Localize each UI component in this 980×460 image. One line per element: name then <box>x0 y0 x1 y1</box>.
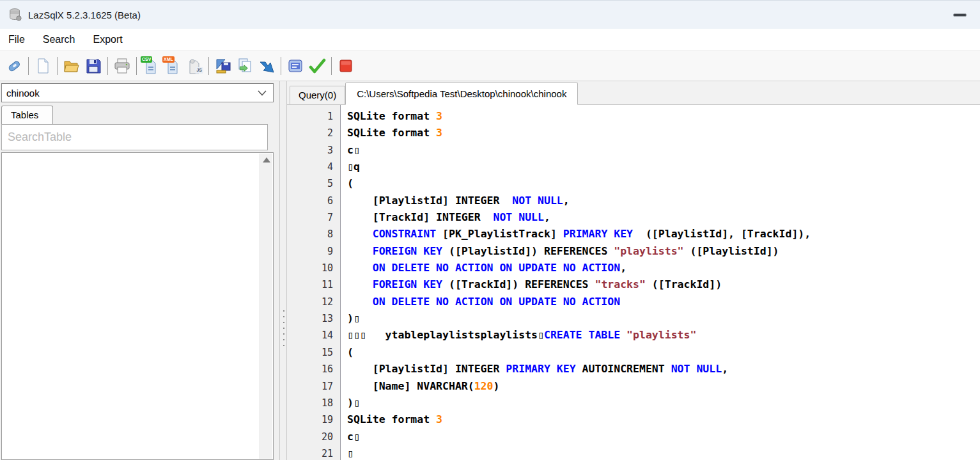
line-number-gutter: 123456789101112131415161718192021 <box>287 105 341 460</box>
scroll-up-icon <box>263 157 270 163</box>
toolbar-separator <box>57 57 58 75</box>
editor-tabbar: Query(0) C:\Users\Softpedia Test\Desktop… <box>287 81 980 105</box>
open-button[interactable] <box>61 55 82 77</box>
sql-editor[interactable]: 123456789101112131415161718192021 SQLite… <box>287 105 980 460</box>
line-number: 3 <box>287 142 333 159</box>
code-line[interactable]: ( <box>347 344 980 361</box>
code-line[interactable]: ▯q <box>347 159 980 175</box>
line-number: 2 <box>287 125 333 141</box>
stop-icon <box>337 57 355 75</box>
line-number: 19 <box>287 411 333 428</box>
line-number: 20 <box>287 429 333 445</box>
results-panel-button[interactable] <box>284 55 306 77</box>
toolbar-separator <box>28 57 29 75</box>
execute-check-button[interactable] <box>306 55 328 77</box>
line-number: 12 <box>287 294 333 310</box>
code-line[interactable]: ( <box>347 175 980 192</box>
connect-icon <box>5 57 23 75</box>
code-line[interactable]: ON DELETE NO ACTION ON UPDATE NO ACTION, <box>347 260 980 276</box>
print-button[interactable] <box>111 55 133 77</box>
code-line[interactable]: c▯ <box>347 429 980 445</box>
stop-button[interactable] <box>335 55 357 77</box>
title-bar: LazSqlX 5.2.3.1625 (Beta) <box>0 0 980 29</box>
code-view[interactable]: SQLite format 3SQLite format 3c▯▯q( [Pla… <box>341 105 980 460</box>
main-area: chinook Tables Query(0) C:\Users\Softped… <box>0 81 980 460</box>
print-icon <box>113 57 131 75</box>
export-json-button[interactable]: JS <box>183 55 205 77</box>
export-csv-icon: CSV <box>142 57 160 75</box>
menu-bar: File Search Export <box>0 29 980 51</box>
code-line[interactable]: [Name] NVARCHAR(120) <box>347 378 980 395</box>
line-number: 15 <box>287 344 333 361</box>
code-line[interactable]: c▯ <box>347 142 980 159</box>
code-line[interactable]: ▯ <box>347 445 980 460</box>
code-line[interactable]: FOREIGN KEY ([PlaylistId]) REFERENCES "p… <box>347 243 980 260</box>
code-line[interactable]: CONSTRAINT [PK_PlaylistTrack] PRIMARY KE… <box>347 226 980 242</box>
export-xml-button[interactable]: XML <box>162 55 183 77</box>
run-arrow-icon <box>258 57 276 75</box>
editor-area: Query(0) C:\Users\Softpedia Test\Desktop… <box>287 81 980 460</box>
toolbar: CSV XML JS <box>0 51 980 81</box>
database-selector[interactable]: chinook <box>1 83 274 102</box>
code-line[interactable]: [PlaylistId] INTEGER NOT NULL, <box>347 193 980 209</box>
code-line[interactable]: )▯ <box>347 395 980 411</box>
line-number: 11 <box>287 276 333 293</box>
connect-button[interactable] <box>3 55 25 77</box>
line-number: 13 <box>287 310 333 327</box>
database-selector-value: chinook <box>6 88 40 99</box>
line-number: 17 <box>287 378 333 395</box>
code-line[interactable]: [PlaylistId] INTEGER PRIMARY KEY AUTOINC… <box>347 361 980 377</box>
line-number: 9 <box>287 243 333 260</box>
run-arrow-button[interactable] <box>256 55 277 77</box>
new-document-button[interactable] <box>32 55 54 77</box>
export-json-icon: JS <box>185 57 203 75</box>
save-button[interactable] <box>82 55 104 77</box>
code-line[interactable]: ON DELETE NO ACTION ON UPDATE NO ACTION <box>347 294 980 310</box>
save-icon <box>84 57 102 75</box>
line-number: 14 <box>287 327 333 344</box>
database-panel: chinook Tables <box>0 81 279 460</box>
toolbar-separator <box>331 57 332 75</box>
toolbar-separator <box>136 57 137 75</box>
chevron-down-icon <box>258 90 267 96</box>
export-xml-icon: XML <box>164 57 182 75</box>
code-line[interactable]: ▯▯▯ ytableplaylistsplaylists▯CREATE TABL… <box>347 327 980 344</box>
line-number: 4 <box>287 159 333 175</box>
table-list[interactable] <box>1 152 274 460</box>
menu-export[interactable]: Export <box>84 31 131 48</box>
open-folder-icon <box>63 57 81 75</box>
code-line[interactable]: )▯ <box>347 310 980 327</box>
search-table-input[interactable] <box>1 124 268 150</box>
code-line[interactable]: SQLite format 3 <box>347 108 980 125</box>
line-number: 21 <box>287 445 333 460</box>
tab-tables[interactable]: Tables <box>1 106 53 124</box>
results-panel-icon <box>286 57 304 75</box>
toolbar-separator <box>208 57 209 75</box>
menu-file[interactable]: File <box>3 31 34 48</box>
copy-export-button[interactable] <box>234 55 256 77</box>
minimize-button[interactable] <box>953 13 967 17</box>
js-badge: JS <box>195 67 203 74</box>
export-csv-button[interactable]: CSV <box>140 55 162 77</box>
menu-search[interactable]: Search <box>34 31 84 48</box>
toolbar-separator <box>281 57 281 75</box>
window-title: LazSqlX 5.2.3.1625 (Beta) <box>28 10 141 20</box>
code-line[interactable]: [TrackId] INTEGER NOT NULL, <box>347 209 980 226</box>
line-number: 7 <box>287 209 333 226</box>
code-line[interactable]: SQLite format 3 <box>347 411 980 428</box>
code-line[interactable]: FOREIGN KEY ([TrackId]) REFERENCES "trac… <box>347 276 980 293</box>
line-number: 16 <box>287 361 333 377</box>
tab-file-path[interactable]: C:\Users\Softpedia Test\Desktop\chinook\… <box>345 83 578 105</box>
tab-query[interactable]: Query(0) <box>290 86 345 104</box>
left-tabstrip: Tables <box>1 104 274 124</box>
database-icon <box>8 8 22 22</box>
toolbar-separator <box>107 57 108 75</box>
code-line[interactable]: SQLite format 3 <box>347 125 980 141</box>
table-list-scrollbar[interactable] <box>260 154 272 459</box>
splitter-grip-icon <box>283 310 284 346</box>
save-layout-button[interactable] <box>212 55 234 77</box>
line-number: 18 <box>287 395 333 411</box>
xml-badge: XML <box>162 56 175 63</box>
panel-splitter[interactable] <box>279 81 287 460</box>
csv-badge: CSV <box>141 56 152 63</box>
